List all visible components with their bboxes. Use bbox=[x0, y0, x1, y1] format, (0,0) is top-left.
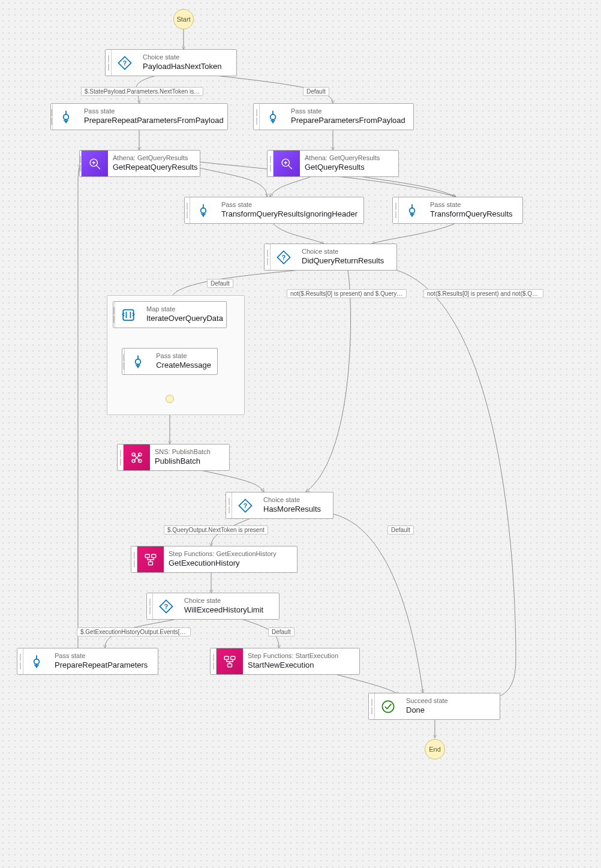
svg-point-5 bbox=[201, 208, 206, 213]
node-transform-query-results[interactable]: Pass state TransformQueryResults bbox=[392, 197, 523, 224]
drag-handle-icon[interactable] bbox=[118, 444, 124, 470]
node-create-message[interactable]: Pass state CreateMessage bbox=[122, 348, 218, 375]
node-name-label: CreateMessage bbox=[156, 361, 211, 370]
start-terminal: Start bbox=[173, 9, 194, 29]
node-start-new-execution[interactable]: Step Functions: StartExecution StartNewE… bbox=[210, 648, 360, 675]
node-type-label: Athena: GetQueryResults bbox=[113, 154, 198, 163]
edge-label: Default bbox=[387, 525, 414, 534]
node-type-label: Athena: GetQueryResults bbox=[305, 154, 380, 163]
drag-handle-icon[interactable] bbox=[185, 197, 190, 223]
svg-text:?: ? bbox=[164, 602, 168, 609]
pass-icon bbox=[53, 104, 79, 130]
athena-icon bbox=[82, 151, 108, 176]
svg-text:?: ? bbox=[123, 59, 127, 66]
node-get-repeat-query-results[interactable]: Athena: GetQueryResults GetRepeatQueryRe… bbox=[79, 150, 200, 177]
svg-point-9 bbox=[136, 359, 141, 364]
node-type-label: Pass state bbox=[156, 352, 211, 361]
node-name-label: PrepareRepeatParametersFromPayload bbox=[84, 116, 224, 125]
drag-handle-icon[interactable] bbox=[254, 104, 260, 130]
choice-icon: ? bbox=[271, 244, 297, 270]
node-type-label: Choice state bbox=[184, 597, 263, 605]
node-did-query-return-results[interactable]: ? Choice state DidQueryReturnResults bbox=[264, 244, 397, 271]
svg-rect-21 bbox=[231, 656, 235, 659]
drag-handle-icon[interactable] bbox=[17, 648, 23, 674]
svg-point-6 bbox=[410, 208, 415, 213]
node-name-label: PublishBatch bbox=[155, 456, 211, 466]
node-name-label: TransformQueryResultsIgnoringHeader bbox=[221, 209, 357, 219]
edge-label: Default bbox=[207, 279, 233, 288]
svg-text:?: ? bbox=[282, 253, 286, 260]
node-type-label: Pass state bbox=[221, 201, 357, 209]
node-has-more-results[interactable]: ? Choice state HasMoreResults bbox=[226, 492, 333, 519]
pass-icon bbox=[399, 197, 425, 223]
node-name-label: GetExecutionHistory bbox=[169, 558, 277, 568]
node-payload-has-next-token[interactable]: ? Choice state PayloadHasNextToken bbox=[105, 49, 237, 76]
node-name-label: TransformQueryResults bbox=[430, 209, 513, 219]
node-type-label: Pass state bbox=[430, 201, 513, 209]
pass-icon bbox=[190, 197, 217, 223]
drag-handle-icon[interactable] bbox=[211, 648, 217, 674]
node-will-exceed-history-limit[interactable]: ? Choice state WillExceedHistoryLimit bbox=[146, 593, 280, 620]
edge-label: $.StatePayload.Parameters.NextToken is… bbox=[81, 87, 203, 96]
succeed-icon bbox=[375, 693, 401, 719]
node-prepare-repeat-from-payload[interactable]: Pass state PrepareRepeatParametersFromPa… bbox=[50, 103, 228, 130]
svg-text:?: ? bbox=[244, 501, 247, 509]
drag-handle-icon[interactable] bbox=[106, 50, 112, 76]
node-name-label: HasMoreResults bbox=[263, 504, 321, 514]
node-publish-batch[interactable]: SNS: PublishBatch PublishBatch bbox=[117, 444, 230, 471]
step-functions-icon bbox=[137, 546, 164, 572]
node-name-label: GetRepeatQueryResults bbox=[113, 163, 198, 172]
drag-handle-icon[interactable] bbox=[131, 546, 137, 572]
node-iterate-over-query-data[interactable]: Map state IterateOverQueryData bbox=[113, 301, 227, 328]
edge-label: Default bbox=[268, 627, 295, 636]
drag-handle-icon[interactable] bbox=[369, 693, 375, 719]
choice-icon: ? bbox=[153, 593, 179, 619]
drag-handle-icon[interactable] bbox=[226, 492, 232, 518]
node-prepare-from-payload[interactable]: Pass state PrepareParametersFromPayload bbox=[253, 103, 414, 130]
svg-rect-20 bbox=[224, 656, 229, 659]
drag-handle-icon[interactable] bbox=[393, 197, 399, 223]
node-name-label: WillExceedHistoryLimit bbox=[184, 605, 263, 615]
edge-label: $.QueryOutput.NextToken is present bbox=[164, 525, 268, 534]
node-name-label: PayloadHasNextToken bbox=[143, 62, 222, 71]
node-done[interactable]: Succeed state Done bbox=[368, 693, 500, 720]
start-label: Start bbox=[176, 16, 190, 23]
svg-rect-22 bbox=[228, 663, 232, 666]
node-type-label: Map state bbox=[146, 305, 223, 314]
node-type-label: Pass state bbox=[291, 107, 405, 116]
node-type-label: Step Functions: GetExecutionHistory bbox=[169, 550, 277, 558]
map-end-terminal bbox=[166, 395, 174, 403]
step-functions-icon bbox=[217, 648, 243, 674]
node-get-execution-history[interactable]: Step Functions: GetExecutionHistory GetE… bbox=[131, 546, 298, 573]
node-type-label: Pass state bbox=[84, 107, 224, 116]
drag-handle-icon[interactable] bbox=[147, 593, 153, 619]
node-name-label: DidQueryReturnResults bbox=[302, 256, 384, 266]
node-name-label: GetQueryResults bbox=[305, 163, 380, 172]
end-label: End bbox=[429, 746, 441, 753]
workflow-canvas[interactable]: Start ? Choice state PayloadHasNextToken… bbox=[0, 0, 601, 868]
node-type-label: Choice state bbox=[263, 496, 321, 504]
pass-icon bbox=[125, 349, 151, 374]
svg-rect-15 bbox=[145, 554, 149, 557]
svg-rect-17 bbox=[149, 561, 153, 564]
drag-handle-icon[interactable] bbox=[268, 151, 274, 176]
node-name-label: Done bbox=[406, 705, 448, 715]
node-type-label: SNS: PublishBatch bbox=[155, 448, 211, 456]
node-name-label: IterateOverQueryData bbox=[146, 314, 223, 323]
svg-point-2 bbox=[271, 114, 276, 119]
node-name-label: PrepareRepeatParameters bbox=[55, 660, 148, 670]
pass-icon bbox=[260, 104, 286, 130]
node-transform-ignoring-header[interactable]: Pass state TransformQueryResultsIgnoring… bbox=[184, 197, 364, 224]
edge-label: not($.Results[0] is present) and not($.Q… bbox=[423, 289, 543, 298]
svg-rect-8 bbox=[123, 310, 134, 320]
node-prepare-repeat-parameters[interactable]: Pass state PrepareRepeatParameters bbox=[17, 648, 158, 675]
edges-layer bbox=[0, 0, 601, 868]
edge-label: $.GetExecutionHistoryOutput.Events[0]…. bbox=[77, 627, 191, 636]
node-type-label: Succeed state bbox=[406, 697, 448, 705]
node-type-label: Choice state bbox=[143, 53, 222, 62]
node-get-query-results[interactable]: Athena: GetQueryResults GetQueryResults bbox=[267, 150, 399, 177]
map-icon bbox=[115, 302, 142, 328]
drag-handle-icon[interactable] bbox=[265, 244, 271, 270]
svg-point-1 bbox=[64, 114, 69, 119]
svg-rect-16 bbox=[152, 554, 156, 557]
